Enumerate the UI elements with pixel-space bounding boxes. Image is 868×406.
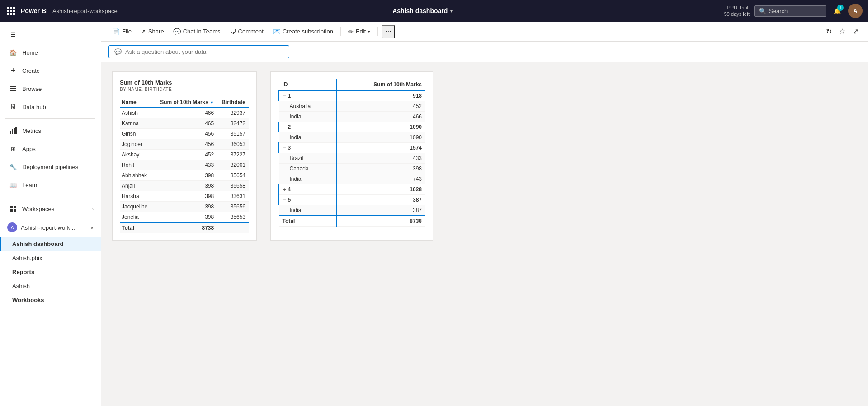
sidebar-toggle[interactable]: ☰ xyxy=(0,25,101,43)
search-icon: 🔍 xyxy=(759,8,766,14)
qna-input[interactable] xyxy=(125,48,252,55)
sidebar-item-metrics[interactable]: Metrics xyxy=(0,122,101,140)
matrix-child-name: India xyxy=(279,205,336,216)
subscription-button[interactable]: 📧 Create subscription xyxy=(269,26,337,38)
chat-button[interactable]: 💬 Chat in Teams xyxy=(170,26,224,38)
qna-bar: 💬 xyxy=(101,42,868,62)
col-birthdate-header[interactable]: Birthdate xyxy=(217,97,249,108)
cell-birthdate: 35157 xyxy=(217,129,249,139)
workspace-collapse-icon[interactable]: ∧ xyxy=(90,225,94,230)
comment-label: Comment xyxy=(238,28,264,35)
table-row[interactable]: Harsha 398 33631 xyxy=(120,191,249,202)
refresh-button[interactable]: ↻ xyxy=(824,25,834,38)
cell-birthdate: 32472 xyxy=(217,118,249,129)
svg-rect-15 xyxy=(15,127,17,134)
svg-rect-12 xyxy=(10,131,11,134)
table-row[interactable]: Katrina 465 32472 xyxy=(120,118,249,129)
sidebar-item-deployment[interactable]: 🔧 Deployment pipelines xyxy=(0,158,101,176)
matrix-child-value: 466 xyxy=(336,112,425,122)
matrix-group-row[interactable]: −2 1090 xyxy=(279,122,426,132)
sidebar-item-create[interactable]: + Create xyxy=(0,61,101,80)
workspace-name-label: Ashish-report-work... xyxy=(21,224,87,231)
matrix-group-row[interactable]: −1 918 xyxy=(279,90,426,101)
sidebar-item-reports[interactable]: Reports xyxy=(0,265,101,279)
notification-button[interactable]: 🔔 1 xyxy=(831,5,844,17)
table-row[interactable]: Abhishhek 398 35654 xyxy=(120,170,249,181)
table-row[interactable]: Jacqueline 398 35656 xyxy=(120,202,249,212)
qna-input-container[interactable]: 💬 xyxy=(108,45,289,58)
sidebar-item-browse[interactable]: Browse xyxy=(0,80,101,98)
table-row[interactable]: Akshay 452 37227 xyxy=(120,150,249,160)
sidebar-item-workbooks[interactable]: Workbooks xyxy=(0,293,101,307)
matrix-group-row[interactable]: −5 387 xyxy=(279,195,426,205)
sidebar-workspaces-header[interactable]: Workspaces › xyxy=(0,200,101,218)
matrix-child-row[interactable]: Australia 452 xyxy=(279,101,426,112)
matrix-child-row[interactable]: India 387 xyxy=(279,205,426,216)
sidebar-divider-1 xyxy=(5,118,95,119)
cell-name: Anjali xyxy=(120,181,154,191)
favorite-button[interactable]: ☆ xyxy=(837,25,848,38)
fullscreen-button[interactable]: ⤢ xyxy=(850,25,861,38)
search-input[interactable] xyxy=(769,8,823,14)
content-area: Sum of 10th Marks BY NAME, BIRTHDATE Nam… xyxy=(101,62,868,406)
svg-rect-2 xyxy=(13,7,15,9)
file-button[interactable]: 📄 File xyxy=(108,26,135,38)
matrix-id-header[interactable]: ID xyxy=(279,79,336,90)
more-options-button[interactable]: ··· xyxy=(382,25,395,38)
matrix-group-id: −5 xyxy=(279,195,336,205)
table-row[interactable]: Anjali 398 35658 xyxy=(120,181,249,191)
col-sum-header[interactable]: Sum of 10th Marks ▼ xyxy=(154,97,217,108)
svg-rect-16 xyxy=(10,206,13,208)
subscription-label: Create subscription xyxy=(283,28,333,35)
col-name-header[interactable]: Name xyxy=(120,97,154,108)
avatar[interactable]: A xyxy=(848,4,863,18)
sidebar-item-ashish-pbix[interactable]: Ashish.pbix xyxy=(0,251,101,265)
sidebar-item-ashish-dashboard[interactable]: Ashish dashboard xyxy=(0,237,101,251)
matrix-child-name: India xyxy=(279,112,336,122)
cell-name: Jenelia xyxy=(120,212,154,223)
svg-rect-5 xyxy=(13,10,15,12)
matrix-child-row[interactable]: India 466 xyxy=(279,112,426,122)
comment-button[interactable]: 🗨 Comment xyxy=(226,26,267,38)
sidebar-item-apps[interactable]: ⊞ Apps xyxy=(0,140,101,158)
table-row[interactable]: Ashish 466 32937 xyxy=(120,108,249,118)
table-row[interactable]: Rohit 433 32001 xyxy=(120,160,249,170)
table-row[interactable]: Jenelia 398 35653 xyxy=(120,212,249,223)
matrix-group-row[interactable]: +4 1628 xyxy=(279,184,426,195)
file-label: File xyxy=(122,28,132,35)
dashboard-chevron-icon[interactable]: ▾ xyxy=(450,9,453,14)
sidebar-item-datahub[interactable]: 🗄 Data hub xyxy=(0,98,101,116)
matrix-group-id: −2 xyxy=(279,122,336,132)
ws-item-pbix-label: Ashish.pbix xyxy=(12,255,42,261)
matrix-sum-header[interactable]: Sum of 10th Marks xyxy=(336,79,425,90)
matrix-child-row[interactable]: Canada 398 xyxy=(279,164,426,174)
expand-icon[interactable]: + xyxy=(283,187,286,192)
ws-item-dashboard-label: Ashish dashboard xyxy=(12,241,63,247)
sidebar-item-home[interactable]: 🏠 Home xyxy=(0,43,101,61)
cell-sum: 456 xyxy=(154,139,217,150)
table-row[interactable]: Girish 456 35157 xyxy=(120,129,249,139)
matrix-group-value: 1090 xyxy=(336,122,425,132)
sidebar-workspace-name[interactable]: A Ashish-report-work... ∧ xyxy=(0,218,101,237)
search-container[interactable]: 🔍 xyxy=(754,5,826,17)
matrix-child-row[interactable]: India 743 xyxy=(279,174,426,184)
matrix-group-row[interactable]: −3 1574 xyxy=(279,143,426,153)
sidebar-item-learn[interactable]: 📖 Learn xyxy=(0,176,101,194)
edit-button[interactable]: ✏ Edit ▾ xyxy=(344,26,374,38)
table-row[interactable]: Joginder 456 36053 xyxy=(120,139,249,150)
cell-name: Abhishhek xyxy=(120,170,154,181)
expand-icon[interactable]: − xyxy=(283,197,286,203)
waffle-icon[interactable] xyxy=(5,5,16,16)
workspace-label[interactable]: Ashish-report-workspace xyxy=(52,8,118,14)
matrix-child-name: India xyxy=(279,132,336,143)
matrix-child-row[interactable]: Brazil 433 xyxy=(279,153,426,164)
expand-icon[interactable]: − xyxy=(283,124,286,130)
expand-icon[interactable]: − xyxy=(283,93,286,99)
expand-icon[interactable]: − xyxy=(283,145,286,151)
sidebar-item-ashish-report[interactable]: Ashish xyxy=(0,279,101,293)
share-button[interactable]: ↗ Share xyxy=(137,26,168,38)
topbar-right: PPU Trial: 59 days left 🔍 🔔 1 A xyxy=(724,4,863,18)
matrix-child-row[interactable]: India 1090 xyxy=(279,132,426,143)
cell-birthdate: 32001 xyxy=(217,160,249,170)
apps-icon: ⊞ xyxy=(9,144,18,153)
